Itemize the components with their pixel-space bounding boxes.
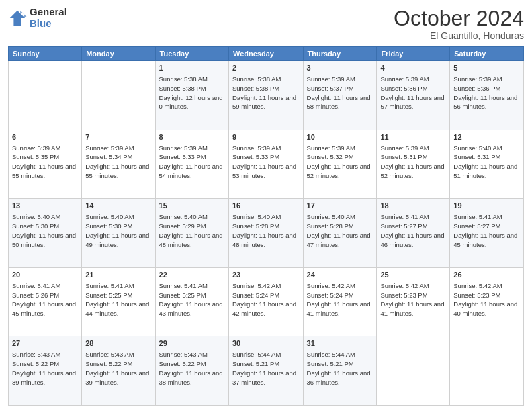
day-number: 21 — [85, 270, 151, 280]
calendar-cell: 7Sunrise: 5:39 AMSunset: 5:34 PMDaylight… — [82, 130, 155, 199]
cell-sunrise: Sunrise: 5:39 AM — [380, 144, 429, 152]
cell-sunrise: Sunrise: 5:42 AM — [380, 282, 429, 289]
cell-sunset: Sunset: 5:32 PM — [307, 153, 354, 161]
cell-sunset: Sunset: 5:30 PM — [85, 222, 132, 230]
cell-sunset: Sunset: 5:38 PM — [159, 85, 206, 92]
day-number: 12 — [453, 132, 520, 142]
cell-sunset: Sunset: 5:33 PM — [232, 153, 279, 161]
calendar-cell: 3Sunrise: 5:39 AMSunset: 5:37 PMDaylight… — [303, 61, 377, 130]
calendar-week-3: 13Sunrise: 5:40 AMSunset: 5:30 PMDayligh… — [9, 199, 524, 268]
cell-sunset: Sunset: 5:36 PM — [453, 85, 500, 92]
calendar-cell: 13Sunrise: 5:40 AMSunset: 5:30 PMDayligh… — [9, 199, 82, 268]
calendar-cell: 20Sunrise: 5:41 AMSunset: 5:26 PMDayligh… — [9, 267, 82, 336]
cell-sunrise: Sunrise: 5:39 AM — [380, 75, 429, 83]
cell-sunset: Sunset: 5:35 PM — [12, 153, 59, 161]
cell-sunrise: Sunrise: 5:44 AM — [307, 351, 355, 358]
cell-sunset: Sunset: 5:26 PM — [12, 291, 59, 299]
cell-sunrise: Sunrise: 5:39 AM — [12, 144, 60, 152]
title-block: October 2024 El Guantillo, Honduras — [394, 7, 524, 41]
weekday-row: Sunday Monday Tuesday Wednesday Thursday… — [9, 47, 524, 61]
cell-sunset: Sunset: 5:22 PM — [159, 360, 206, 367]
calendar-cell: 6Sunrise: 5:39 AMSunset: 5:35 PMDaylight… — [9, 130, 82, 199]
day-number: 25 — [380, 270, 446, 280]
calendar-cell — [82, 61, 155, 130]
cell-daylight: Daylight: 11 hours and 55 minutes. — [12, 163, 76, 179]
cell-sunset: Sunset: 5:25 PM — [159, 291, 206, 299]
cell-sunrise: Sunrise: 5:39 AM — [232, 144, 281, 152]
day-number: 8 — [159, 132, 225, 142]
cell-sunset: Sunset: 5:33 PM — [159, 153, 206, 161]
calendar-page: General Blue October 2024 El Guantillo, … — [0, 0, 532, 411]
cell-sunrise: Sunrise: 5:40 AM — [307, 213, 355, 220]
cell-daylight: Daylight: 11 hours and 43 minutes. — [159, 300, 223, 317]
cell-sunrise: Sunrise: 5:38 AM — [232, 75, 281, 83]
cell-sunrise: Sunrise: 5:41 AM — [12, 282, 60, 289]
cell-daylight: Daylight: 11 hours and 46 minutes. — [380, 232, 444, 248]
calendar-cell: 21Sunrise: 5:41 AMSunset: 5:25 PMDayligh… — [82, 267, 155, 336]
cell-daylight: Daylight: 11 hours and 56 minutes. — [453, 94, 517, 111]
calendar-cell — [450, 336, 524, 406]
cell-daylight: Daylight: 11 hours and 50 minutes. — [12, 232, 76, 248]
cell-sunrise: Sunrise: 5:42 AM — [307, 282, 355, 289]
calendar-cell: 1Sunrise: 5:38 AMSunset: 5:38 PMDaylight… — [155, 61, 228, 130]
cell-daylight: Daylight: 11 hours and 52 minutes. — [307, 163, 371, 179]
day-number: 10 — [307, 132, 373, 142]
cell-daylight: Daylight: 11 hours and 36 minutes. — [307, 369, 371, 386]
cell-daylight: Daylight: 11 hours and 49 minutes. — [85, 232, 149, 248]
cell-sunrise: Sunrise: 5:42 AM — [232, 282, 281, 289]
day-number: 23 — [232, 270, 300, 280]
cell-daylight: Daylight: 11 hours and 41 minutes. — [380, 300, 444, 317]
cell-daylight: Daylight: 11 hours and 58 minutes. — [307, 94, 371, 111]
cell-daylight: Daylight: 11 hours and 38 minutes. — [159, 369, 223, 386]
calendar-cell: 10Sunrise: 5:39 AMSunset: 5:32 PMDayligh… — [303, 130, 377, 199]
calendar-cell: 23Sunrise: 5:42 AMSunset: 5:24 PMDayligh… — [229, 267, 304, 336]
cell-sunset: Sunset: 5:27 PM — [453, 222, 500, 230]
logo-icon — [8, 9, 27, 28]
calendar-cell: 25Sunrise: 5:42 AMSunset: 5:23 PMDayligh… — [377, 267, 450, 336]
calendar-cell: 31Sunrise: 5:44 AMSunset: 5:21 PMDayligh… — [303, 336, 377, 406]
calendar-week-2: 6Sunrise: 5:39 AMSunset: 5:35 PMDaylight… — [9, 130, 524, 199]
cell-sunrise: Sunrise: 5:43 AM — [85, 351, 134, 358]
day-number: 5 — [453, 63, 520, 73]
cell-sunrise: Sunrise: 5:44 AM — [232, 351, 281, 358]
weekday-thursday: Thursday — [303, 47, 377, 61]
calendar-cell: 9Sunrise: 5:39 AMSunset: 5:33 PMDaylight… — [229, 130, 304, 199]
calendar-cell: 22Sunrise: 5:41 AMSunset: 5:25 PMDayligh… — [155, 267, 228, 336]
cell-daylight: Daylight: 11 hours and 57 minutes. — [380, 94, 444, 111]
day-number: 3 — [307, 63, 373, 73]
cell-sunset: Sunset: 5:31 PM — [453, 153, 500, 161]
cell-sunrise: Sunrise: 5:38 AM — [159, 75, 208, 83]
cell-sunrise: Sunrise: 5:41 AM — [159, 282, 208, 289]
calendar-cell: 24Sunrise: 5:42 AMSunset: 5:24 PMDayligh… — [303, 267, 377, 336]
cell-sunset: Sunset: 5:28 PM — [232, 222, 279, 230]
cell-sunrise: Sunrise: 5:41 AM — [85, 282, 134, 289]
weekday-friday: Friday — [377, 47, 450, 61]
calendar-cell — [9, 61, 82, 130]
calendar-cell: 5Sunrise: 5:39 AMSunset: 5:36 PMDaylight… — [450, 61, 524, 130]
calendar-cell: 4Sunrise: 5:39 AMSunset: 5:36 PMDaylight… — [377, 61, 450, 130]
logo: General Blue — [8, 7, 67, 29]
cell-sunrise: Sunrise: 5:39 AM — [453, 75, 502, 83]
calendar-cell: 19Sunrise: 5:41 AMSunset: 5:27 PMDayligh… — [450, 199, 524, 268]
cell-sunrise: Sunrise: 5:40 AM — [85, 213, 134, 220]
day-number: 11 — [380, 132, 446, 142]
cell-daylight: Daylight: 11 hours and 41 minutes. — [307, 300, 371, 317]
weekday-sunday: Sunday — [9, 47, 82, 61]
weekday-saturday: Saturday — [450, 47, 524, 61]
weekday-tuesday: Tuesday — [155, 47, 228, 61]
cell-sunrise: Sunrise: 5:40 AM — [159, 213, 208, 220]
cell-daylight: Daylight: 11 hours and 48 minutes. — [232, 232, 296, 248]
cell-daylight: Daylight: 11 hours and 51 minutes. — [453, 163, 517, 179]
logo-blue: Blue — [30, 18, 67, 30]
day-number: 9 — [232, 132, 300, 142]
location: El Guantillo, Honduras — [394, 30, 524, 41]
cell-sunset: Sunset: 5:28 PM — [307, 222, 354, 230]
calendar-table: Sunday Monday Tuesday Wednesday Thursday… — [8, 46, 524, 406]
cell-sunrise: Sunrise: 5:39 AM — [85, 144, 134, 152]
cell-sunset: Sunset: 5:37 PM — [307, 85, 354, 92]
cell-sunset: Sunset: 5:22 PM — [12, 360, 59, 367]
cell-sunset: Sunset: 5:36 PM — [380, 85, 427, 92]
day-number: 4 — [380, 63, 446, 73]
calendar-cell: 14Sunrise: 5:40 AMSunset: 5:30 PMDayligh… — [82, 199, 155, 268]
cell-sunrise: Sunrise: 5:40 AM — [453, 144, 502, 152]
